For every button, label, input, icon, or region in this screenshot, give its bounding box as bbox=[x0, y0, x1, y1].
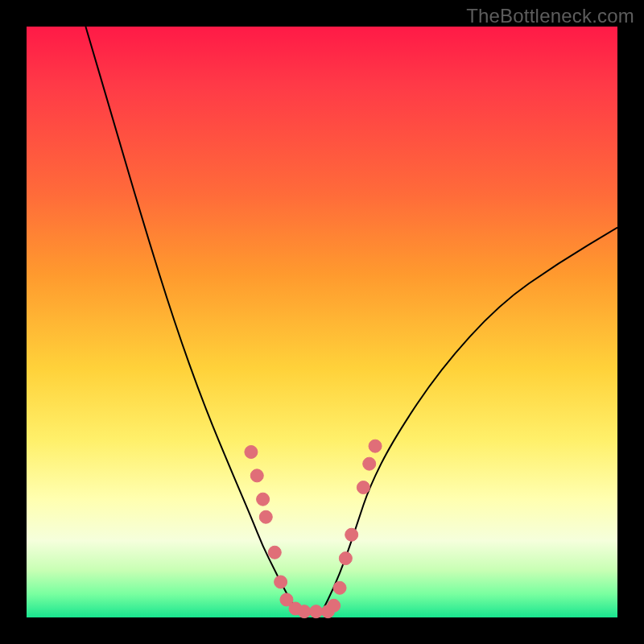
marker-dot bbox=[363, 457, 376, 470]
marker-dot bbox=[250, 469, 263, 482]
chart-stage: TheBottleneck.com bbox=[0, 0, 644, 644]
marker-dot bbox=[339, 552, 352, 565]
marker-dot bbox=[257, 493, 270, 506]
marker-dot bbox=[268, 546, 281, 559]
marker-dot bbox=[245, 445, 258, 458]
marker-group bbox=[245, 440, 382, 618]
marker-dot bbox=[345, 528, 358, 541]
right-curve bbox=[322, 228, 617, 612]
curve-layer bbox=[27, 27, 617, 617]
marker-dot bbox=[298, 605, 311, 618]
marker-dot bbox=[328, 599, 341, 612]
marker-dot bbox=[369, 440, 382, 452]
marker-dot bbox=[333, 581, 346, 594]
marker-dot bbox=[357, 481, 369, 494]
marker-dot bbox=[259, 510, 272, 523]
watermark-text: TheBottleneck.com bbox=[466, 5, 634, 27]
plot-area bbox=[27, 27, 617, 617]
marker-dot bbox=[275, 576, 287, 588]
marker-dot bbox=[310, 605, 323, 618]
